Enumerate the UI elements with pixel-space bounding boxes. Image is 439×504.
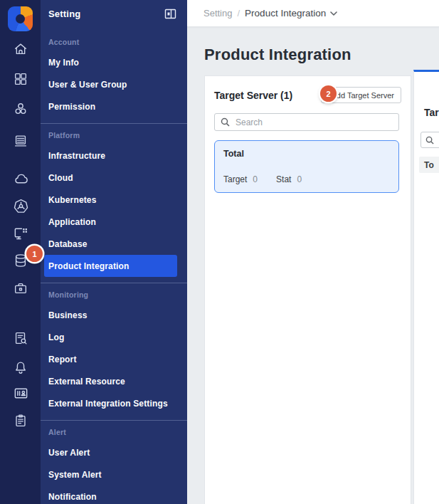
target-detail-panel: Tar To [413, 70, 439, 504]
target-detail-search[interactable] [421, 132, 439, 148]
stat-value: 0 [297, 174, 302, 184]
total-card-stat-stat: Stat0 [276, 174, 302, 184]
sidebar-item-notification[interactable]: Notification [44, 485, 177, 504]
stat-label: Stat [276, 174, 291, 184]
chevron-down-icon [330, 11, 337, 16]
sidebar-title: Setting [48, 9, 80, 19]
target-detail-total-row[interactable]: To [419, 157, 439, 173]
step-2-badge: 2 [320, 85, 337, 102]
sidebar-group-label: Account [41, 36, 187, 51]
sidebar-item-user-alert[interactable]: User Alert [44, 441, 177, 463]
home-icon[interactable] [12, 41, 29, 58]
target-server-search[interactable] [214, 113, 399, 131]
total-card-stat-target: Target0 [223, 174, 258, 184]
search-icon [221, 117, 230, 127]
sidebar-group-label: Platform [41, 129, 187, 145]
sidebar-item-business[interactable]: Business [44, 304, 177, 326]
sidebar-item-application[interactable]: Application [44, 211, 177, 233]
sidebar-item-kubernetes[interactable]: Kubernetes [44, 189, 177, 211]
sidebar-item-external-integration-settings[interactable]: External Integration Settings [44, 392, 177, 414]
sidebar-group-platform: PlatformInfrastructureCloudKubernetesApp… [41, 123, 187, 281]
sidebar-group-alert: AlertUser AlertSystem AlertNotification [41, 420, 187, 504]
sidebar-item-external-resource[interactable]: External Resource [44, 370, 177, 392]
briefcase-icon[interactable] [12, 280, 29, 297]
sidebar-item-system-alert[interactable]: System Alert [44, 463, 177, 485]
collapse-sidebar-icon[interactable] [164, 8, 177, 19]
apps-icon[interactable] [12, 70, 29, 88]
settings-sidebar: Setting AccountMy InfoUser & User GroupP… [41, 0, 187, 504]
target-server-search-input[interactable] [236, 117, 393, 127]
breadcrumb-current[interactable]: Product Integration [245, 8, 337, 19]
sidebar-group-label: Alert [41, 426, 187, 441]
target-server-panel: Target Server (1) Add Target Server Tota… [204, 75, 411, 504]
bell-icon[interactable] [12, 359, 29, 376]
app-logo-icon[interactable] [8, 6, 33, 31]
total-card[interactable]: Total Target0Stat0 [214, 140, 399, 193]
server-icon[interactable] [12, 132, 29, 149]
sidebar-item-cloud[interactable]: Cloud [44, 167, 177, 189]
top-header: Setting / Product Integration [187, 0, 439, 27]
breadcrumb-separator: / [237, 8, 240, 19]
sidebar-menu: AccountMy InfoUser & User GroupPermissio… [41, 27, 187, 504]
sidebar-group-label: Monitoring [41, 288, 187, 304]
page-title: Product Integration [204, 46, 351, 64]
kubernetes-icon[interactable] [12, 197, 29, 214]
topology-icon[interactable] [12, 100, 29, 117]
total-card-title: Total [223, 149, 390, 159]
clipboard-icon[interactable] [12, 412, 29, 429]
sidebar-item-database[interactable]: Database [44, 233, 177, 255]
search-icon [425, 136, 434, 145]
stat-value: 0 [253, 174, 258, 184]
sidebar-item-log[interactable]: Log [44, 326, 177, 348]
breadcrumb-current-label: Product Integration [245, 8, 326, 19]
monitor-icon[interactable] [12, 224, 29, 241]
sidebar-item-infrastructure[interactable]: Infrastructure [44, 145, 177, 167]
sidebar-header: Setting [41, 0, 187, 27]
sidebar-item-report[interactable]: Report [44, 348, 177, 370]
stat-label: Target [223, 174, 247, 184]
sidebar-group-account: AccountMy InfoUser & User GroupPermissio… [41, 31, 187, 122]
target-detail-title: Tar [424, 107, 439, 118]
sidebar-item-user-user-group[interactable]: User & User Group [44, 73, 177, 95]
sidebar-item-product-integration[interactable]: Product Integration [44, 255, 177, 277]
cloud-icon[interactable] [12, 170, 29, 187]
target-server-panel-title: Target Server (1) [214, 90, 292, 101]
id-card-icon[interactable] [12, 384, 29, 401]
breadcrumb-parent[interactable]: Setting [203, 8, 232, 19]
sidebar-group-monitoring: MonitoringBusinessLogReportExternal Reso… [41, 283, 187, 419]
report-search-icon[interactable] [12, 330, 29, 347]
sidebar-item-permission[interactable]: Permission [44, 95, 177, 117]
sidebar-item-my-info[interactable]: My Info [44, 51, 177, 73]
step-1-badge: 1 [26, 246, 43, 262]
